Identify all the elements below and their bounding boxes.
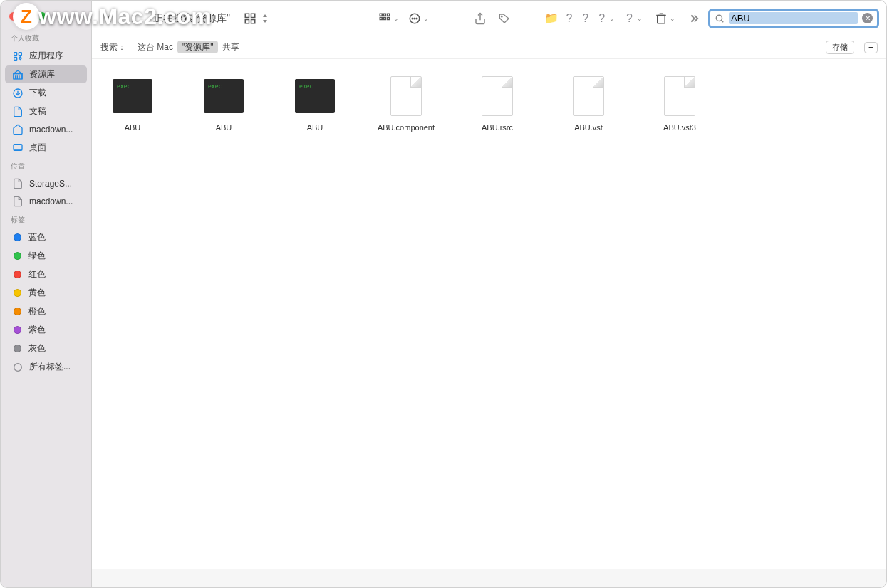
forward-button[interactable] <box>123 10 143 27</box>
exec-file-icon: exec <box>204 79 244 113</box>
file-label: ABU.component <box>378 123 435 132</box>
tag-color-dot <box>14 326 21 334</box>
sidebar-item-library[interactable]: 资源库 <box>5 65 87 83</box>
tag-color-dot <box>14 308 21 315</box>
svg-point-30 <box>716 15 722 21</box>
trash-button[interactable] <box>651 10 671 27</box>
scope-option[interactable]: 这台 Mac <box>133 41 177 53</box>
sidebar-item-label: 蓝色 <box>28 231 46 243</box>
svg-rect-18 <box>384 14 386 16</box>
group-by-button[interactable] <box>375 10 395 27</box>
file-item[interactable]: ABU.component <box>377 76 435 132</box>
action-menu-button[interactable] <box>405 10 425 27</box>
add-criteria-button[interactable]: + <box>864 42 878 53</box>
downloads-icon <box>12 88 24 99</box>
file-item[interactable]: ABU.rsrc <box>468 76 527 132</box>
sidebar-item-label: 所有标签... <box>29 361 71 373</box>
sidebar-all-tags[interactable]: 所有标签... <box>5 358 87 376</box>
file-item[interactable]: execABU <box>194 76 253 132</box>
sidebar-item-apps[interactable]: 应用程序 <box>5 47 87 65</box>
sidebar-tag-item[interactable]: 橙色 <box>5 303 87 320</box>
sidebar-tags-title: 标签 <box>1 211 91 228</box>
document-file-icon <box>482 76 513 116</box>
desktop-icon <box>12 142 24 154</box>
exec-file-icon: exec <box>113 79 152 113</box>
sidebar-favorites-title: 个人收藏 <box>1 29 91 46</box>
icon-view-icon <box>240 10 260 27</box>
svg-rect-17 <box>380 14 383 16</box>
chevron-down-icon: ⌄ <box>609 15 615 22</box>
file-item[interactable]: execABU <box>286 76 344 132</box>
sidebar-locations-title: 位置 <box>1 157 91 174</box>
sidebar-tag-item[interactable]: 绿色 <box>5 247 87 265</box>
clear-search-button[interactable]: ✕ <box>862 13 873 23</box>
chevron-down-icon: ⌄ <box>423 15 429 22</box>
svg-rect-15 <box>245 19 249 23</box>
folder-icon[interactable]: 📁 <box>544 11 559 25</box>
sidebar-item-downloads[interactable]: 下载 <box>5 84 87 102</box>
file-item[interactable]: execABU <box>103 76 162 132</box>
file-grid: execABUexecABUexecABUABU.componentABU.rs… <box>92 59 886 569</box>
tag-color-dot <box>14 233 21 241</box>
svg-point-26 <box>417 18 418 19</box>
save-search-button[interactable]: 存储 <box>826 41 854 54</box>
file-item[interactable]: ABU.vst3 <box>650 76 709 132</box>
sidebar-tag-item[interactable]: 灰色 <box>5 340 87 357</box>
toolbar: 正在搜索"资源库" ⌄ ⌄ <box>92 1 886 36</box>
sidebar-tag-item[interactable]: 黄色 <box>5 284 87 302</box>
sidebar-tag-item[interactable]: 红色 <box>5 266 87 283</box>
doc-icon <box>12 196 24 207</box>
back-button[interactable] <box>99 10 119 27</box>
minimize-window-button[interactable] <box>24 12 32 21</box>
apps-icon <box>12 51 24 62</box>
sidebar: 个人收藏 应用程序资源库下载文稿macdown...桌面 位置 StorageS… <box>1 1 92 587</box>
close-window-button[interactable] <box>9 12 18 21</box>
chevron-down-icon: ⌄ <box>670 15 675 22</box>
help-icon[interactable]: ? <box>623 12 636 25</box>
file-item[interactable]: ABU.vst <box>559 76 618 132</box>
overflow-button[interactable] <box>684 10 704 27</box>
sidebar-item-label: 下载 <box>29 87 46 99</box>
svg-rect-22 <box>388 17 390 19</box>
svg-point-25 <box>415 18 416 19</box>
home-icon <box>12 124 24 135</box>
view-mode-group[interactable] <box>240 10 269 27</box>
scope-option[interactable]: 共享 <box>218 41 244 53</box>
sidebar-item-documents[interactable]: 文稿 <box>5 103 87 120</box>
sidebar-item-macdown[interactable]: macdown... <box>5 121 87 138</box>
window-controls <box>1 6 91 29</box>
share-button[interactable] <box>470 10 490 27</box>
sidebar-item-label: 橙色 <box>28 305 46 317</box>
scope-option[interactable]: "资源库" <box>177 41 218 53</box>
help-icon[interactable]: ? <box>579 12 591 25</box>
finder-window: 个人收藏 应用程序资源库下载文稿macdown...桌面 位置 StorageS… <box>0 0 887 588</box>
zoom-window-button[interactable] <box>38 12 46 21</box>
path-bar <box>92 569 886 587</box>
sidebar-item-storages[interactable]: StorageS... <box>5 175 87 192</box>
file-label: ABU <box>216 123 232 132</box>
tag-color-dot <box>14 271 21 278</box>
sidebar-tag-item[interactable]: 紫色 <box>5 321 87 339</box>
sidebar-item-label: 绿色 <box>28 250 46 262</box>
sidebar-item-label: 应用程序 <box>29 50 63 62</box>
sidebar-item-label: 灰色 <box>28 342 46 355</box>
sidebar-item-label: macdown... <box>29 196 73 206</box>
tag-color-dot <box>14 252 21 260</box>
chevron-down-icon: ⌄ <box>637 15 643 22</box>
svg-rect-1 <box>19 52 21 55</box>
sidebar-item-label: 桌面 <box>29 142 46 154</box>
tags-button[interactable] <box>494 10 514 27</box>
document-file-icon <box>664 76 695 116</box>
help-icon[interactable]: ? <box>563 12 575 25</box>
svg-rect-21 <box>384 17 386 19</box>
sidebar-item-macdown2[interactable]: macdown... <box>5 193 87 210</box>
svg-point-12 <box>14 363 22 371</box>
file-label: ABU.vst3 <box>663 123 696 132</box>
help-icon[interactable]: ? <box>596 12 608 25</box>
search-field[interactable]: ✕ <box>708 9 879 28</box>
sidebar-tag-item[interactable]: 蓝色 <box>5 229 87 246</box>
search-input[interactable] <box>729 12 858 24</box>
sidebar-item-desktop[interactable]: 桌面 <box>5 139 87 157</box>
scope-label: 搜索： <box>100 41 126 53</box>
tag-color-dot <box>14 289 21 297</box>
